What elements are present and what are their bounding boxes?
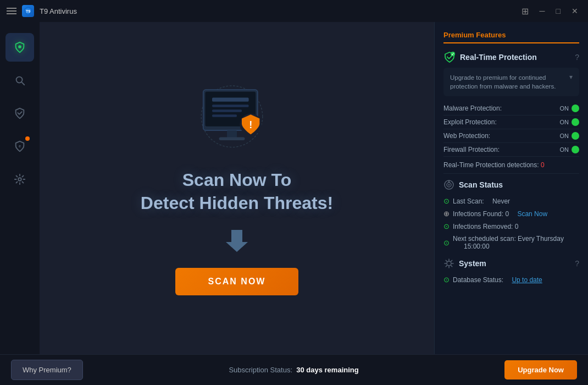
svg-marker-18: [226, 230, 248, 252]
subscription-status: Subscription Status: 30 days remaining: [83, 366, 504, 374]
web-label: Web Protection:: [443, 132, 560, 140]
svg-point-25: [447, 261, 451, 266]
svg-rect-13: [212, 114, 237, 117]
infections-icon: ⊕: [443, 210, 450, 218]
exploit-protection-row: Exploit Protection: ON: [443, 116, 579, 129]
firewall-label: Firewall Protection:: [443, 146, 560, 153]
maximize-button[interactable]: □: [553, 6, 564, 16]
next-scan-row: ⊙ Next scheduled scan: Every Thursday 15…: [443, 233, 579, 252]
minimize-button[interactable]: ─: [536, 6, 548, 16]
exploit-label: Exploit Protection:: [443, 118, 560, 126]
svg-rect-14: [227, 130, 237, 138]
main-layout: e: [0, 22, 588, 354]
last-scan-icon: ⊙: [443, 197, 450, 205]
headline-line1: Scan Now To: [182, 170, 292, 190]
firewall-toggle-dot: [572, 146, 579, 153]
scan-status-icon: [443, 179, 454, 190]
firewall-toggle[interactable]: ON: [560, 146, 580, 153]
db-status-row: ⊙ Database Status: Up to date: [443, 273, 579, 286]
titlebar-left: T9 T9 Antivirus: [7, 5, 77, 17]
subscription-value: 30 days remaining: [296, 366, 358, 374]
malware-toggle[interactable]: ON: [560, 105, 580, 112]
malware-toggle-dot: [572, 105, 579, 112]
taskbar-icon[interactable]: ⊞: [518, 5, 532, 18]
infections-removed-icon: ⊙: [443, 222, 450, 230]
svg-rect-10: [212, 98, 249, 102]
malware-protection-row: Malware Protection: ON: [443, 102, 579, 116]
svg-text:e: e: [19, 144, 21, 148]
system-section: System ? ⊙ Database Status: Up to date: [443, 258, 579, 286]
detection-count: 0: [541, 161, 545, 169]
svg-point-24: [448, 184, 450, 186]
next-scan-icon: ⊙: [443, 239, 450, 247]
sidebar-item-settings[interactable]: [5, 165, 34, 194]
last-scan-row: ⊙ Last Scan: Never: [443, 195, 579, 207]
sidebar: e: [0, 22, 40, 354]
hamburger-menu-icon[interactable]: [7, 8, 16, 14]
scan-now-button[interactable]: SCAN NOW: [175, 268, 299, 295]
chevron-down-icon[interactable]: ▾: [569, 73, 573, 81]
scan-status-title: Scan Status: [459, 180, 579, 189]
rtp-detections-row: Real-Time Protection detections: 0: [443, 157, 579, 174]
scan-status-section: Scan Status ⊙ Last Scan: Never ⊕ Infecti…: [443, 179, 579, 252]
svg-text:✓: ✓: [451, 52, 454, 56]
titlebar-controls: ⊞ ─ □ ✕: [518, 5, 581, 18]
sidebar-item-shield[interactable]: [5, 33, 34, 62]
db-status-icon: ⊙: [443, 276, 450, 284]
last-scan-label: Last Scan:: [453, 197, 484, 205]
titlebar: T9 T9 Antivirus ⊞ ─ □ ✕: [0, 0, 588, 22]
infections-found-row: ⊕ Infections Found: 0 Scan Now: [443, 207, 579, 220]
subscription-prefix: Subscription Status:: [229, 366, 292, 374]
right-panel: Premium Features ✓ Real-Time Protection …: [434, 22, 588, 354]
app-logo: T9: [22, 5, 34, 17]
system-header: System ?: [443, 258, 579, 269]
rtp-help-icon[interactable]: ?: [575, 53, 579, 62]
arrow-down-icon: [226, 228, 248, 257]
exploit-toggle-dot: [572, 118, 579, 126]
svg-point-3: [16, 77, 23, 83]
rtp-title: Real-Time Protection: [460, 53, 570, 62]
next-scan-time: 15:00:00: [453, 243, 490, 250]
svg-text:T9: T9: [26, 9, 30, 13]
svg-line-4: [22, 82, 25, 85]
svg-point-6: [18, 178, 21, 181]
notification-dot: [25, 136, 30, 141]
svg-rect-15: [219, 138, 245, 140]
hero-title: Scan Now To Detect Hidden Threats!: [141, 169, 333, 215]
scan-now-link[interactable]: Scan Now: [517, 210, 547, 218]
next-scan-label: Next scheduled scan: Every Thursday 15:0…: [453, 235, 564, 250]
system-help-icon[interactable]: ?: [575, 259, 579, 268]
malware-label: Malware Protection:: [443, 105, 560, 112]
real-time-protection-section: ✓ Real-Time Protection ? Upgrade to prem…: [443, 51, 579, 174]
svg-rect-2: [18, 46, 21, 48]
system-title: System: [459, 259, 570, 268]
sidebar-item-check-shield[interactable]: [5, 99, 34, 128]
close-button[interactable]: ✕: [568, 6, 581, 16]
db-status-link[interactable]: Up to date: [512, 276, 542, 284]
svg-rect-12: [212, 109, 242, 112]
svg-rect-11: [212, 105, 249, 107]
upgrade-message-text: Upgrade to premium for continued protect…: [450, 73, 565, 91]
firewall-protection-row: Firewall Protection: ON: [443, 143, 579, 157]
last-scan-value: Never: [492, 197, 510, 205]
why-premium-button[interactable]: Why Premium?: [11, 360, 83, 380]
app-title: T9 Antivirus: [40, 7, 77, 15]
infections-removed-row: ⊙ Infections Removed: 0: [443, 220, 579, 233]
upgrade-now-button[interactable]: Upgrade Now: [504, 360, 577, 380]
db-status-label: Database Status:: [453, 276, 503, 284]
web-toggle[interactable]: ON: [560, 132, 580, 140]
infections-removed-label: Infections Removed: 0: [453, 223, 518, 230]
upgrade-message: Upgrade to premium for continued protect…: [443, 68, 579, 96]
rtp-header: ✓ Real-Time Protection ?: [443, 51, 579, 63]
sidebar-item-e-shield[interactable]: e: [5, 132, 34, 161]
infections-found-label: Infections Found: 0: [453, 210, 509, 218]
center-content: ! Scan Now To Detect Hidden Threats! SCA…: [40, 22, 434, 354]
svg-text:!: !: [249, 119, 252, 130]
sidebar-item-search[interactable]: [5, 66, 34, 95]
web-protection-row: Web Protection: ON: [443, 129, 579, 143]
headline-line2: Detect Hidden Threats!: [141, 193, 333, 213]
exploit-toggle[interactable]: ON: [560, 118, 580, 126]
system-icon: [443, 258, 454, 269]
web-toggle-dot: [572, 132, 579, 140]
bottom-bar: Why Premium? Subscription Status: 30 day…: [0, 354, 588, 385]
